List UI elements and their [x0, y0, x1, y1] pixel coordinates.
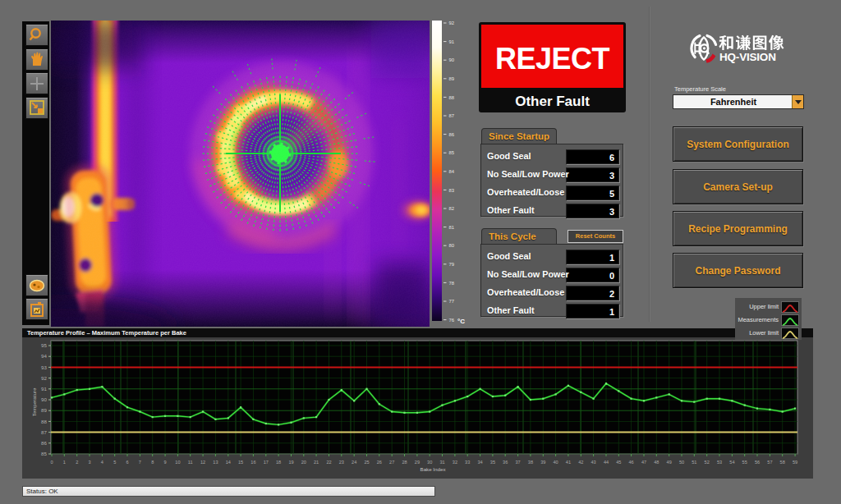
svg-text:22: 22	[326, 460, 331, 465]
svg-text:1: 1	[63, 460, 66, 465]
svg-text:91: 91	[41, 386, 47, 392]
svg-text:52: 52	[705, 460, 710, 465]
svg-text:30: 30	[427, 460, 432, 465]
svg-text:33: 33	[465, 460, 470, 465]
svg-text:55: 55	[742, 460, 747, 465]
svg-text:88: 88	[41, 419, 47, 424]
svg-text:24: 24	[352, 460, 356, 465]
svg-text:5: 5	[113, 460, 116, 465]
svg-text:58: 58	[780, 460, 785, 465]
svg-text:81: 81	[449, 225, 455, 230]
svg-text:36: 36	[503, 460, 508, 465]
svg-text:94: 94	[41, 353, 47, 359]
svg-text:41: 41	[566, 460, 571, 465]
svg-text:10: 10	[175, 460, 180, 465]
svg-text:3: 3	[88, 460, 90, 465]
svg-text:Temperature Profile – Maximum: Temperature Profile – Maximum Temperatur…	[27, 329, 186, 337]
svg-text:48: 48	[654, 460, 659, 465]
svg-text:8: 8	[151, 460, 154, 465]
svg-text:85: 85	[41, 451, 47, 456]
svg-text:43: 43	[591, 460, 595, 465]
svg-text:92: 92	[41, 375, 47, 381]
svg-text:87: 87	[41, 429, 47, 435]
svg-text:17: 17	[264, 460, 269, 465]
svg-text:42: 42	[578, 460, 583, 465]
svg-text:34: 34	[477, 460, 482, 465]
svg-text:39: 39	[540, 460, 545, 465]
svg-text:40: 40	[553, 460, 558, 465]
svg-text:53: 53	[717, 460, 722, 465]
svg-text:57: 57	[767, 460, 772, 465]
svg-text:87: 87	[449, 113, 455, 118]
svg-text:28: 28	[402, 460, 407, 465]
svg-text:78: 78	[449, 281, 455, 286]
svg-text:7: 7	[139, 460, 141, 465]
svg-text:88: 88	[449, 95, 455, 100]
svg-text:26: 26	[377, 460, 382, 465]
svg-text:20: 20	[301, 460, 306, 465]
svg-text:14: 14	[226, 460, 231, 465]
svg-text:°C: °C	[457, 318, 465, 325]
svg-text:12: 12	[200, 460, 205, 465]
svg-text:84: 84	[449, 169, 455, 174]
svg-text:31: 31	[439, 460, 444, 465]
svg-text:44: 44	[604, 460, 609, 465]
svg-text:50: 50	[679, 460, 684, 465]
svg-text:56: 56	[755, 460, 760, 465]
svg-text:82: 82	[449, 206, 455, 211]
svg-text:19: 19	[288, 460, 293, 465]
svg-text:85: 85	[449, 150, 455, 155]
svg-text:29: 29	[415, 460, 420, 465]
svg-text:89: 89	[449, 76, 455, 81]
svg-text:93: 93	[41, 364, 47, 370]
svg-text:86: 86	[449, 132, 455, 137]
svg-text:80: 80	[449, 243, 455, 248]
svg-text:2: 2	[76, 460, 78, 465]
svg-text:35: 35	[490, 460, 495, 465]
svg-text:9: 9	[164, 460, 167, 465]
svg-text:23: 23	[339, 460, 344, 465]
svg-text:Bake Index: Bake Index	[420, 466, 447, 472]
svg-text:92: 92	[449, 21, 455, 25]
svg-text:51: 51	[692, 460, 696, 465]
svg-text:76: 76	[449, 318, 455, 323]
svg-text:89: 89	[41, 407, 47, 413]
svg-text:6: 6	[126, 460, 128, 465]
svg-text:86: 86	[41, 440, 47, 446]
svg-text:91: 91	[449, 39, 455, 44]
svg-text:15: 15	[238, 460, 243, 465]
svg-text:11: 11	[188, 460, 193, 465]
svg-text:0: 0	[50, 460, 53, 465]
svg-text:21: 21	[314, 460, 319, 465]
svg-text:54: 54	[729, 460, 734, 465]
svg-text:46: 46	[628, 460, 633, 465]
svg-text:49: 49	[667, 460, 672, 465]
svg-text:18: 18	[276, 460, 281, 465]
svg-text:47: 47	[641, 460, 646, 465]
svg-text:16: 16	[250, 460, 255, 465]
svg-text:13: 13	[213, 460, 218, 465]
svg-text:79: 79	[449, 262, 455, 267]
svg-text:90: 90	[449, 57, 455, 62]
svg-text:38: 38	[528, 460, 533, 465]
svg-text:4: 4	[101, 460, 103, 465]
svg-text:95: 95	[41, 342, 47, 348]
svg-text:90: 90	[41, 396, 47, 402]
svg-text:27: 27	[389, 460, 394, 465]
svg-text:77: 77	[449, 299, 455, 304]
svg-text:59: 59	[793, 460, 797, 465]
svg-text:Temperature: Temperature	[31, 387, 37, 416]
svg-text:45: 45	[616, 460, 621, 465]
svg-text:32: 32	[453, 460, 457, 465]
svg-text:25: 25	[364, 460, 369, 465]
svg-text:83: 83	[449, 188, 455, 193]
svg-text:37: 37	[515, 460, 520, 465]
